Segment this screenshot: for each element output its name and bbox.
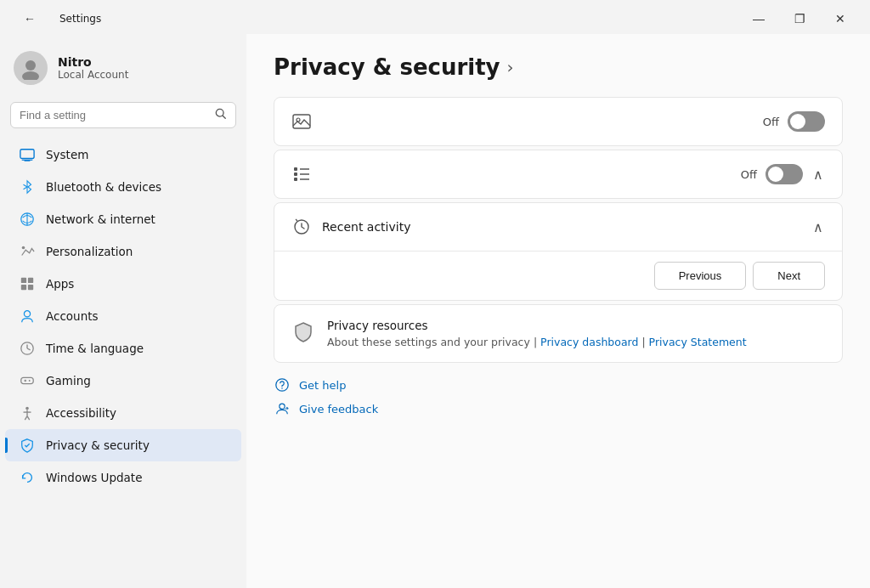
card-2-expand[interactable]: ∧ [811,165,825,184]
svg-line-27 [25,416,27,421]
privacy-dashboard-link[interactable]: Privacy dashboard [540,336,638,348]
app-body: Nitro Local Account S [0,34,870,588]
svg-point-24 [25,407,29,410]
nav-label-apps: Apps [46,277,74,291]
back-button[interactable]: ← [10,6,49,31]
nav-label-bluetooth: Bluetooth & devices [46,180,161,194]
nav-label-accessibility: Accessibility [46,406,116,420]
breadcrumb-arrow: › [507,57,514,77]
recent-activity-header: Recent activity ∧ [274,203,842,251]
nav-label-accounts: Accounts [46,309,99,323]
user-account-type: Local Account [58,69,128,81]
sidebar: Nitro Local Account S [0,34,246,588]
next-button[interactable]: Next [753,262,825,290]
svg-point-39 [281,387,282,388]
titlebar: ← Settings — ❐ ✕ [0,0,870,34]
svg-line-28 [27,416,30,421]
page-title: Privacy & security [274,54,500,80]
card-1-toggle[interactable] [788,111,825,132]
personalization-icon [19,243,36,260]
svg-point-23 [29,380,31,382]
privacy-resources-links: About these settings and your privacy | … [327,336,747,348]
nav-label-privacy: Privacy & security [46,438,150,452]
accessibility-icon [19,404,36,421]
main-content: Privacy & security › Off [246,34,870,588]
nav-item-network[interactable]: Network & internet [5,203,241,235]
section-header-left: Recent activity [291,217,410,237]
nav-item-accounts[interactable]: Accounts [5,300,241,332]
pipe-separator-1: | [534,336,540,348]
card-1-left [291,111,312,132]
svg-rect-31 [294,167,297,171]
minimize-button[interactable]: — [739,6,778,31]
svg-point-11 [22,246,25,250]
nav-item-accessibility[interactable]: Accessibility [5,397,241,429]
get-help-icon [274,376,291,393]
recent-activity-card: Recent activity ∧ Previous Next [274,202,843,301]
privacy-resources-row: Privacy resources About these settings a… [274,305,842,362]
svg-rect-32 [294,172,297,176]
nav-item-bluetooth[interactable]: Bluetooth & devices [5,171,241,203]
svg-rect-33 [294,178,297,181]
nav-item-personalization[interactable]: Personalization [5,235,241,268]
svg-rect-15 [28,285,33,290]
nav-label-time: Time & language [46,342,144,355]
maximize-button[interactable]: ❐ [780,6,819,31]
system-icon [19,146,36,163]
privacy-resources-title: Privacy resources [327,319,747,332]
card-2-right: Off ∧ [741,164,825,184]
bluetooth-icon [19,178,36,195]
give-feedback-label: Give feedback [299,403,378,416]
recent-activity-expand[interactable]: ∧ [811,218,825,237]
svg-point-38 [276,379,288,391]
card-2-row: Off ∧ [274,150,842,198]
nav-item-time[interactable]: Time & language [5,332,241,365]
nav-item-privacy[interactable]: Privacy & security [5,429,241,461]
card-1: Off [274,97,843,146]
app-title: Settings [59,13,101,25]
give-feedback-link[interactable]: Give feedback [274,400,843,417]
help-section: Get help Give feedback [274,376,843,417]
svg-line-8 [24,187,28,189]
image-icon [291,111,312,132]
get-help-link[interactable]: Get help [274,376,843,393]
svg-rect-4 [20,150,34,159]
svg-rect-29 [293,115,310,128]
nav-item-apps[interactable]: Apps [5,268,241,300]
accounts-icon [19,308,36,325]
page-header: Privacy & security › [274,54,843,80]
gaming-icon [19,372,36,389]
give-feedback-icon [274,400,291,417]
nav-item-update[interactable]: Windows Update [5,461,241,494]
search-input[interactable] [20,109,208,122]
svg-point-40 [280,404,285,409]
nav-item-system[interactable]: System [5,139,241,171]
svg-rect-13 [28,278,33,283]
privacy-statement-link[interactable]: Privacy Statement [649,336,747,348]
active-indicator [5,438,8,453]
svg-line-3 [223,116,225,118]
shield-icon [291,320,315,344]
search-icon [215,108,227,122]
card-1-toggle-label: Off [763,116,779,128]
nav-item-gaming[interactable]: Gaming [5,365,241,397]
card-2-left [291,164,312,184]
close-button[interactable]: ✕ [821,6,860,31]
pipe-separator-2: | [641,336,648,348]
nav-label-update: Windows Update [46,471,142,484]
user-info: Nitro Local Account [58,55,128,81]
svg-line-19 [27,348,31,350]
previous-button[interactable]: Previous [654,262,747,290]
user-name: Nitro [58,55,128,69]
svg-point-1 [22,71,39,80]
privacy-resources-text: Privacy resources About these settings a… [327,319,747,348]
card-1-right: Off [763,111,825,132]
card-2-toggle[interactable] [765,164,803,184]
network-icon [19,211,36,228]
search-box[interactable] [10,102,236,128]
privacy-icon [19,437,36,454]
card-2-toggle-label: Off [741,168,757,181]
nav-label-personalization: Personalization [46,245,133,258]
privacy-resources-card: Privacy resources About these settings a… [274,304,843,363]
get-help-label: Get help [299,379,346,392]
